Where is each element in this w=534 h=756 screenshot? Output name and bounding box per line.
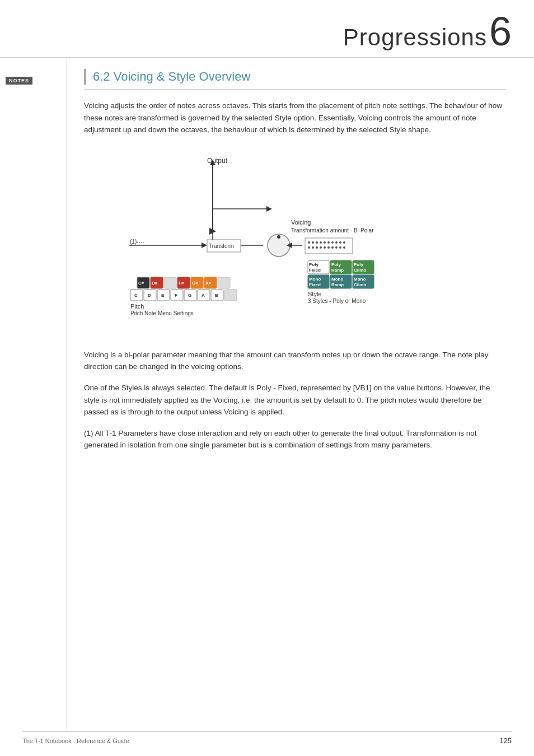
svg-text:3 Styles - Poly or Mono: 3 Styles - Poly or Mono [308, 298, 366, 304]
para4: (1) All T-1 Parameters have close intera… [84, 427, 506, 451]
svg-point-20 [312, 241, 314, 244]
svg-rect-85 [224, 290, 237, 301]
svg-point-32 [320, 246, 322, 249]
notes-label: NOTES [6, 77, 32, 85]
svg-text:Climb: Climb [354, 268, 366, 273]
main-area: 6.2 Voicing & Style Overview Voicing adj… [67, 58, 534, 730]
svg-text:D#: D# [152, 281, 158, 286]
diagram-container: Output [95, 153, 409, 332]
output-label: Output [207, 157, 228, 165]
svg-text:F: F [175, 293, 177, 298]
svg-text:Poly: Poly [309, 262, 318, 267]
footer-book-title: The T-1 Notebook : Reference & Guide [22, 738, 129, 744]
svg-text:G#: G# [192, 281, 198, 286]
svg-text:Ramp: Ramp [331, 282, 344, 287]
page-content: NOTES 6.2 Voicing & Style Overview Voici… [0, 58, 534, 730]
svg-text:Poly: Poly [354, 262, 363, 267]
svg-point-27 [339, 241, 341, 244]
svg-point-13 [277, 235, 280, 239]
svg-point-25 [331, 241, 334, 244]
section-heading: 6.2 Voicing & Style Overview [84, 69, 506, 90]
svg-text:G: G [188, 293, 191, 298]
section-title: 6.2 Voicing & Style Overview [93, 69, 250, 84]
section-heading-bar [84, 69, 86, 85]
svg-marker-11 [266, 206, 272, 212]
svg-text:F#: F# [179, 281, 184, 286]
svg-text:Mono: Mono [331, 277, 343, 282]
page-title-area: Progressions 6 [343, 11, 512, 52]
svg-point-29 [308, 246, 310, 249]
svg-text:Style: Style [308, 291, 321, 297]
svg-text:Fixed: Fixed [309, 268, 321, 273]
svg-text:D: D [148, 293, 151, 298]
svg-rect-70 [218, 277, 230, 288]
intro-paragraph: Voicing adjusts the order of notes acros… [84, 100, 506, 136]
svg-point-38 [343, 246, 345, 249]
svg-text:A#: A# [205, 281, 212, 286]
page-header: Progressions 6 [0, 0, 534, 58]
svg-point-21 [316, 241, 318, 244]
svg-text:Mono: Mono [309, 277, 321, 282]
svg-point-24 [327, 241, 330, 244]
svg-text:C#: C# [138, 281, 144, 286]
svg-point-23 [324, 241, 326, 244]
svg-text:Pitch: Pitch [130, 303, 144, 310]
svg-text:Poly: Poly [331, 262, 341, 267]
svg-text:A: A [202, 293, 205, 298]
page-title: Progressions [343, 24, 487, 51]
svg-point-22 [320, 241, 322, 244]
svg-text:Ramp: Ramp [331, 268, 344, 273]
para3: One of the Styles is always selected. Th… [84, 382, 506, 418]
svg-point-37 [339, 246, 341, 249]
svg-point-30 [312, 246, 314, 249]
svg-point-36 [335, 246, 338, 249]
svg-point-35 [331, 246, 334, 249]
footer-page-number: 125 [499, 736, 512, 745]
svg-text:Voicing: Voicing [291, 219, 311, 226]
chapter-number: 6 [489, 11, 512, 52]
para2: Voicing is a bi-polar parameter meaning … [84, 349, 506, 373]
svg-text:Transform: Transform [209, 243, 234, 249]
page-footer: The T-1 Notebook : Reference & Guide 125 [22, 731, 512, 745]
svg-rect-63 [164, 277, 176, 288]
svg-marker-4 [202, 242, 207, 248]
svg-point-31 [316, 246, 318, 249]
svg-point-26 [335, 241, 338, 244]
svg-point-34 [327, 246, 330, 249]
svg-text:E: E [161, 293, 165, 298]
diagram-svg: Output [95, 153, 409, 332]
sidebar: NOTES [0, 58, 67, 730]
svg-text:C: C [134, 293, 138, 298]
svg-text:Pitch Note Menu Settings: Pitch Note Menu Settings [130, 310, 194, 316]
svg-text:Mono: Mono [354, 277, 366, 282]
svg-text:Climb: Climb [354, 282, 366, 287]
svg-text:Transformation amount - Bi-Pol: Transformation amount - Bi-Polar [291, 227, 374, 234]
svg-point-33 [324, 246, 326, 249]
svg-point-19 [308, 241, 310, 244]
svg-text:(1)----: (1)---- [130, 239, 144, 245]
svg-rect-18 [305, 238, 353, 254]
svg-text:B: B [215, 293, 218, 298]
svg-text:Fixed: Fixed [309, 282, 321, 287]
svg-point-28 [343, 241, 345, 244]
